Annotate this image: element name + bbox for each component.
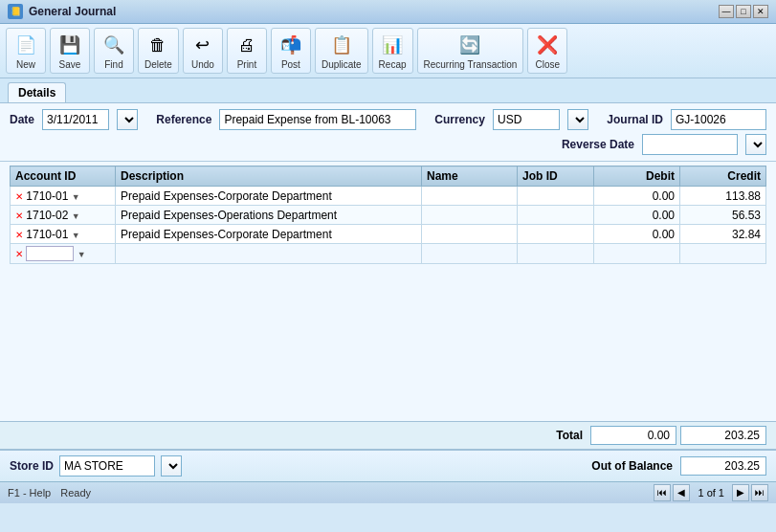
post-button[interactable]: 📬 Post [271, 28, 311, 74]
cell-debit-empty[interactable] [594, 244, 680, 264]
cell-debit[interactable]: 0.00 [594, 225, 680, 244]
cell-credit-empty[interactable] [680, 244, 766, 264]
nav-last-button[interactable]: ⏭ [751, 484, 768, 501]
account-id-value[interactable]: 1710-01 [26, 228, 68, 241]
cell-name-empty[interactable] [422, 244, 518, 264]
account-dropdown-icon[interactable]: ▼ [72, 231, 80, 240]
table-row: ✕ 1710-01 ▼ Prepaid Expenses-Corporate D… [11, 225, 766, 244]
total-debit-value: 0.00 [590, 426, 676, 445]
new-icon: 📄 [12, 32, 39, 58]
tab-details[interactable]: Details [8, 82, 66, 102]
journal-id-input[interactable] [671, 109, 766, 130]
delete-label: Delete [144, 59, 172, 70]
recap-label: Recap [379, 59, 407, 70]
reverse-date-dropdown[interactable]: ▼ [745, 134, 766, 155]
table-container: Account ID Description Name Job ID Debit… [0, 162, 776, 421]
status-bar: F1 - Help Ready ⏮ ◀ 1 of 1 ▶ ⏭ [0, 481, 776, 503]
find-button[interactable]: 🔍 Find [94, 28, 134, 74]
col-job-id: Job ID [518, 166, 594, 187]
reference-input[interactable] [219, 109, 416, 130]
new-account-id-input[interactable] [26, 246, 74, 261]
cell-job-empty[interactable] [518, 244, 594, 264]
delete-button[interactable]: 🗑 Delete [138, 28, 179, 74]
reverse-date-input[interactable] [642, 134, 738, 155]
window-title: General Journal [29, 5, 116, 18]
recurring-label: Recurring Transaction [424, 59, 518, 70]
store-id-dropdown[interactable]: ▼ [161, 455, 182, 477]
account-id-value[interactable]: 1710-01 [26, 189, 68, 203]
recap-button[interactable]: 📊 Recap [372, 28, 413, 74]
recurring-transaction-button[interactable]: 🔄 Recurring Transaction [417, 28, 524, 74]
date-dropdown[interactable]: ▼ [117, 109, 138, 130]
close-button[interactable]: ❌ Close [527, 28, 567, 74]
journal-table: Account ID Description Name Job ID Debit… [10, 166, 766, 417]
cell-job-id[interactable] [518, 206, 594, 225]
find-icon: 🔍 [100, 32, 127, 58]
nav-page-info: 1 of 1 [692, 487, 730, 499]
recap-icon: 📊 [379, 32, 406, 58]
duplicate-label: Duplicate [321, 59, 362, 70]
nav-prev-button[interactable]: ◀ [673, 484, 690, 501]
cell-account-id: ✕ 1710-02 ▼ [11, 206, 116, 225]
form-area: Date ▼ Reference Currency ▼ Journal ID R… [0, 103, 776, 162]
col-debit: Debit [594, 166, 680, 187]
duplicate-button[interactable]: 📋 Duplicate [315, 28, 368, 74]
cell-job-id[interactable] [518, 187, 594, 206]
cell-description[interactable]: Prepaid Expenses-Corporate Department [116, 225, 422, 244]
journal-id-label: Journal ID [607, 113, 663, 126]
out-of-balance-label: Out of Balance [591, 459, 673, 473]
new-button[interactable]: 📄 New [6, 28, 46, 74]
new-label: New [16, 59, 35, 70]
minimize-button[interactable]: — [719, 5, 734, 18]
status-text: Ready [60, 487, 91, 499]
cell-credit[interactable]: 56.53 [680, 206, 766, 225]
post-icon: 📬 [277, 32, 304, 58]
delete-row-icon[interactable]: ✕ [15, 191, 23, 202]
date-input[interactable] [42, 109, 109, 130]
print-label: Print [237, 59, 257, 70]
cell-description[interactable]: Prepaid Expenses-Operations Department [116, 206, 422, 225]
col-account-id: Account ID [11, 166, 116, 187]
cell-name[interactable] [422, 206, 518, 225]
undo-icon: ↩ [189, 32, 216, 58]
delete-row-icon[interactable]: ✕ [15, 230, 23, 240]
help-text: F1 - Help [8, 487, 51, 499]
cell-description-empty[interactable] [116, 244, 422, 264]
total-row: Total 0.00 203.25 [0, 421, 776, 450]
store-id-label: Store ID [10, 459, 54, 473]
reverse-date-label: Reverse Date [562, 138, 634, 151]
store-id-input[interactable] [59, 455, 155, 477]
cell-account-id: ✕ 1710-01 ▼ [11, 225, 116, 244]
delete-row-icon[interactable]: ✕ [15, 211, 23, 221]
post-label: Post [281, 59, 300, 70]
undo-button[interactable]: ↩ Undo [183, 28, 223, 74]
account-id-value[interactable]: 1710-02 [26, 209, 68, 222]
table-row-input: ✕ ▼ [11, 244, 766, 264]
close-label: Close [536, 59, 561, 70]
print-button[interactable]: 🖨 Print [227, 28, 267, 74]
nav-next-button[interactable]: ▶ [732, 484, 749, 501]
new-account-dropdown-icon[interactable]: ▼ [78, 250, 86, 259]
currency-input[interactable] [493, 109, 560, 130]
table-row: ✕ 1710-02 ▼ Prepaid Expenses-Operations … [11, 206, 766, 225]
save-button[interactable]: 💾 Save [50, 28, 90, 74]
account-dropdown-icon[interactable]: ▼ [72, 192, 80, 202]
cell-credit[interactable]: 113.88 [680, 187, 766, 206]
find-label: Find [104, 59, 122, 70]
cell-description[interactable]: Prepaid Expenses-Corporate Department [116, 187, 422, 206]
cell-name[interactable] [422, 225, 518, 244]
cell-account-id: ✕ 1710-01 ▼ [11, 187, 116, 206]
maximize-button[interactable]: □ [736, 5, 751, 18]
close-window-button[interactable]: ✕ [753, 5, 768, 18]
cell-debit[interactable]: 0.00 [594, 187, 680, 206]
cell-name[interactable] [422, 187, 518, 206]
delete-row-icon[interactable]: ✕ [15, 249, 23, 259]
cell-job-id[interactable] [518, 225, 594, 244]
account-dropdown-icon[interactable]: ▼ [72, 211, 80, 221]
nav-first-button[interactable]: ⏮ [654, 484, 671, 501]
cell-credit[interactable]: 32.84 [680, 225, 766, 244]
cell-debit[interactable]: 0.00 [594, 206, 680, 225]
balance-section: Out of Balance 203.25 [591, 456, 766, 476]
total-credit-value: 203.25 [680, 426, 766, 445]
currency-dropdown[interactable]: ▼ [567, 109, 588, 130]
